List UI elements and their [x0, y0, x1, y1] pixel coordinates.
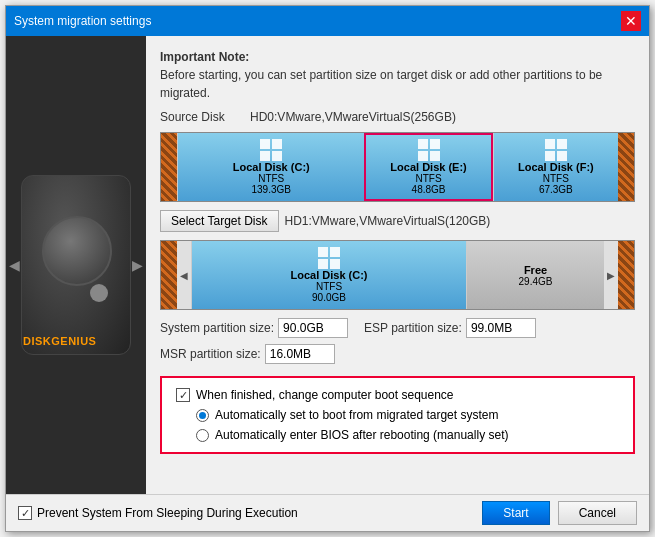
esp-partition-field: ESP partition size: [364, 318, 536, 338]
windows-icon-c [260, 139, 282, 161]
windows-icon-e [418, 139, 440, 161]
system-partition-input[interactable] [278, 318, 348, 338]
boot-checkbox-row: When finished, change computer boot sequ… [176, 388, 619, 402]
source-disk-row: Source Disk HD0:VMware,VMwareVirtualS(25… [160, 110, 635, 124]
note-title: Important Note: [160, 50, 249, 64]
segment-f-fs: NTFS [543, 173, 569, 184]
hdd-platter [42, 216, 112, 286]
right-panel: Important Note: Before starting, you can… [146, 36, 649, 494]
start-button[interactable]: Start [482, 501, 549, 525]
system-migration-dialog: System migration settings ✕ DISKGENIUS ◀… [5, 5, 650, 532]
target-stripe-right [618, 241, 634, 309]
target-segment-c: Local Disk (C:) NTFS 90.0GB [191, 241, 466, 309]
select-target-button[interactable]: Select Target Disk [160, 210, 279, 232]
windows-icon-f [545, 139, 567, 161]
system-partition-label: System partition size: [160, 321, 274, 335]
source-disk-colon [231, 110, 244, 124]
target-arrow-left[interactable]: ◀ [177, 241, 191, 309]
hdd-body [21, 175, 131, 355]
target-segment-free: Free 29.4GB [466, 241, 604, 309]
note-section: Important Note: Before starting, you can… [160, 48, 635, 102]
enter-bios-label: Automatically enter BIOS after rebooting… [215, 428, 508, 442]
prevent-sleep-checkbox[interactable] [18, 506, 32, 520]
source-disk-bar: Local Disk (C:) NTFS 139.3GB Local Disk … [160, 132, 635, 202]
left-arrow-icon[interactable]: ◀ [9, 257, 20, 273]
source-segment-c: Local Disk (C:) NTFS 139.3GB [177, 133, 364, 201]
radio1-row: Automatically set to boot from migrated … [176, 408, 619, 422]
source-segment-f: Local Disk (F:) NTFS 67.3GB [493, 133, 618, 201]
target-stripe-left [161, 241, 177, 309]
target-row: Select Target Disk HD1:VMware,VMwareVirt… [160, 210, 635, 232]
right-arrow-icon[interactable]: ▶ [132, 257, 143, 273]
source-disk-label: Source Disk [160, 110, 225, 124]
note-body: Before starting, you can set partition s… [160, 68, 602, 100]
hdd-center [90, 284, 108, 302]
target-segment-free-size: 29.4GB [519, 276, 553, 287]
target-segments: Local Disk (C:) NTFS 90.0GB Free 29.4GB [191, 241, 604, 309]
auto-boot-radio[interactable] [196, 409, 209, 422]
esp-partition-label: ESP partition size: [364, 321, 462, 335]
segment-c-fs: NTFS [258, 173, 284, 184]
dialog-title: System migration settings [14, 14, 151, 28]
segment-e-size: 48.8GB [412, 184, 446, 195]
diskgenius-label: DISKGENIUS [23, 335, 96, 347]
partition-settings: System partition size: ESP partition siz… [160, 318, 635, 364]
radio2-row: Automatically enter BIOS after rebooting… [176, 428, 619, 442]
target-segment-c-name: Local Disk (C:) [290, 269, 367, 281]
source-stripe-right [618, 133, 634, 201]
windows-icon-target-c [318, 247, 340, 269]
segment-f-name: Local Disk (F:) [518, 161, 594, 173]
segment-c-name: Local Disk (C:) [233, 161, 310, 173]
disk-illustration: DISKGENIUS [11, 165, 141, 365]
target-segment-free-name: Free [524, 264, 547, 276]
segment-c-size: 139.3GB [251, 184, 290, 195]
boot-options-box: When finished, change computer boot sequ… [160, 376, 635, 454]
source-stripe-left [161, 133, 177, 201]
target-arrow-right[interactable]: ▶ [604, 241, 618, 309]
dialog-body: DISKGENIUS ◀ ▶ Important Note: Before st… [6, 36, 649, 494]
segment-e-name: Local Disk (E:) [390, 161, 466, 173]
boot-sequence-label: When finished, change computer boot sequ… [196, 388, 454, 402]
target-disk-info: HD1:VMware,VMwareVirtualS(120GB) [285, 214, 491, 228]
left-panel: DISKGENIUS ◀ ▶ [6, 36, 146, 494]
boot-sequence-checkbox[interactable] [176, 388, 190, 402]
auto-boot-label: Automatically set to boot from migrated … [215, 408, 498, 422]
enter-bios-radio[interactable] [196, 429, 209, 442]
segment-e-fs: NTFS [416, 173, 442, 184]
target-segment-c-size: 90.0GB [312, 292, 346, 303]
dialog-footer: Prevent System From Sleeping During Exec… [6, 494, 649, 531]
source-segment-e: Local Disk (E:) NTFS 48.8GB [364, 133, 492, 201]
prevent-sleep-label: Prevent System From Sleeping During Exec… [37, 506, 298, 520]
prevent-sleep-row: Prevent System From Sleeping During Exec… [18, 506, 474, 520]
target-disk-bar: ◀ Local Disk (C:) NTFS 90.0GB Free [160, 240, 635, 310]
msr-partition-label: MSR partition size: [160, 347, 261, 361]
source-disk-value: HD0:VMware,VMwareVirtualS(256GB) [250, 110, 456, 124]
close-button[interactable]: ✕ [621, 11, 641, 31]
esp-partition-input[interactable] [466, 318, 536, 338]
msr-partition-input[interactable] [265, 344, 335, 364]
source-segments: Local Disk (C:) NTFS 139.3GB Local Disk … [177, 133, 618, 201]
system-partition-field: System partition size: [160, 318, 348, 338]
target-segment-c-fs: NTFS [316, 281, 342, 292]
title-bar: System migration settings ✕ [6, 6, 649, 36]
segment-f-size: 67.3GB [539, 184, 573, 195]
msr-partition-field: MSR partition size: [160, 344, 335, 364]
cancel-button[interactable]: Cancel [558, 501, 637, 525]
